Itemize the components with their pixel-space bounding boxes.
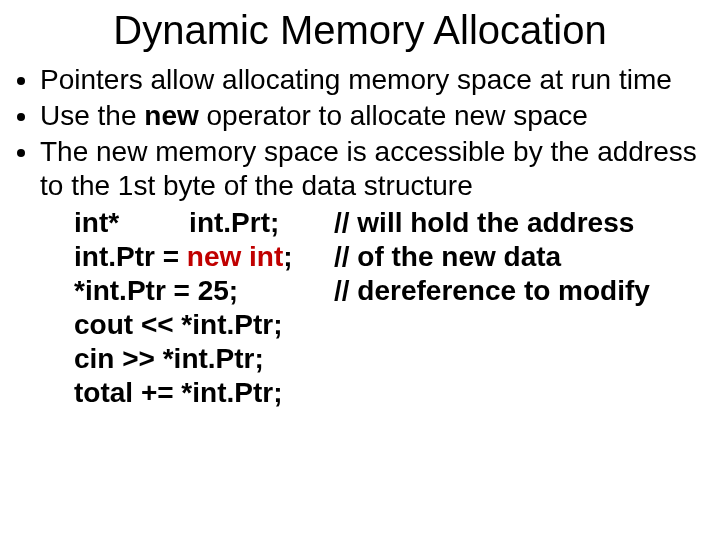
code-line: int.Ptr = new int; // of the new data: [74, 240, 708, 274]
code-comment: // will hold the address: [334, 206, 634, 240]
bullet-item: Pointers allow allocating memory space a…: [40, 63, 708, 97]
code-line: total += *int.Ptr;: [74, 376, 708, 410]
code-stmt: int.Ptr = new int;: [74, 240, 334, 274]
code-line: cout << *int.Ptr;: [74, 308, 708, 342]
text: ;: [283, 241, 292, 272]
text: operator to allocate new space: [199, 100, 588, 131]
bullet-item: Use the new operator to allocate new spa…: [40, 99, 708, 133]
code-stmt: int* int.Prt;: [74, 206, 334, 240]
bullet-list: Pointers allow allocating memory space a…: [12, 63, 708, 204]
bullet-item: The new memory space is accessible by th…: [40, 135, 708, 203]
code-block: int* int.Prt; // will hold the address i…: [12, 206, 708, 411]
code-stmt: cin >> *int.Ptr;: [74, 342, 334, 376]
code-stmt: total += *int.Ptr;: [74, 376, 334, 410]
code-stmt: *int.Ptr = 25;: [74, 274, 334, 308]
keyword-new: new: [144, 100, 198, 131]
slide: Dynamic Memory Allocation Pointers allow…: [0, 0, 720, 540]
code-comment: // of the new data: [334, 240, 561, 274]
code-line: *int.Ptr = 25; // dereference to modify: [74, 274, 708, 308]
page-title: Dynamic Memory Allocation: [12, 8, 708, 53]
code-comment: // dereference to modify: [334, 274, 650, 308]
keyword-new-int: new int: [187, 241, 283, 272]
code-line: cin >> *int.Ptr;: [74, 342, 708, 376]
code-stmt: cout << *int.Ptr;: [74, 308, 334, 342]
code-line: int* int.Prt; // will hold the address: [74, 206, 708, 240]
text: int.Ptr =: [74, 241, 187, 272]
text: Use the: [40, 100, 144, 131]
